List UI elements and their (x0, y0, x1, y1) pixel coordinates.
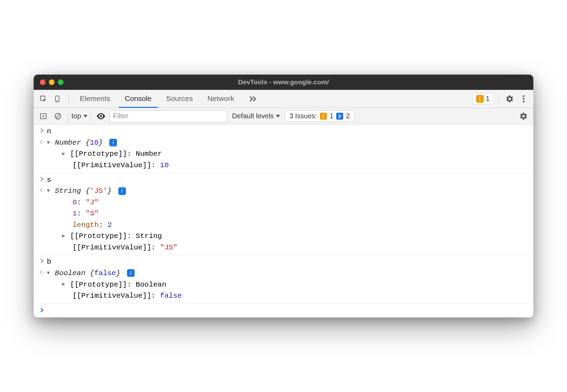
toggle-sidebar-icon[interactable] (37, 110, 50, 122)
console-input-text: b (47, 256, 530, 268)
close-window-button[interactable] (40, 79, 45, 85)
levels-label: Default levels (232, 112, 274, 120)
console-output-row[interactable]: ▼ String {'JS'} i 0: "J" 1: "S" length: … (34, 186, 533, 253)
svg-rect-13 (338, 115, 341, 116)
inspect-element-icon[interactable] (37, 93, 50, 105)
output-arrow-icon (37, 186, 47, 193)
console-input-row[interactable]: n (34, 126, 533, 137)
svg-marker-12 (276, 115, 280, 118)
prototype-label: [[Prototype]] (70, 281, 127, 289)
svg-line-9 (56, 114, 60, 118)
expand-triangle-icon[interactable]: ▼ (47, 139, 50, 147)
input-chevron-icon (37, 126, 47, 133)
warnings-count-badge[interactable]: ! 1 (472, 93, 493, 104)
devtools-tabbar: Elements Console Sources Network ! 1 (34, 90, 533, 108)
issues-warning-count: 1 (330, 112, 333, 120)
svg-point-3 (523, 95, 525, 97)
window-title: DevTools - www.google.com/ (34, 78, 533, 86)
prop-key: 0 (73, 198, 77, 206)
console-input-text: n (47, 126, 530, 137)
object-literal: false (94, 269, 116, 277)
console-input-row[interactable]: b (34, 256, 533, 268)
tab-sources[interactable]: Sources (160, 90, 199, 108)
clear-console-icon[interactable] (52, 110, 64, 122)
primitive-label: [[PrimitiveValue]] (73, 161, 151, 169)
chevron-down-icon (83, 115, 87, 118)
tab-network[interactable]: Network (201, 90, 240, 108)
filter-input[interactable] (109, 110, 227, 122)
console-group-string: s ▼ String {'JS'} i 0: "J" 1: "S" (34, 173, 533, 255)
object-literal: 10 (90, 139, 99, 147)
svg-rect-15 (338, 118, 340, 118)
console-group-boolean: b ▼ Boolean {false} i ▶ [[Prototype]]: B… (34, 255, 533, 303)
tab-elements[interactable]: Elements (74, 90, 117, 108)
prop-key-length: length (73, 221, 99, 229)
traffic-lights (34, 79, 64, 85)
object-type: Number (55, 139, 81, 147)
minimize-window-button[interactable] (49, 79, 54, 85)
devtools-window: DevTools - www.google.com/ Elements Cons… (34, 75, 533, 317)
titlebar: DevTools - www.google.com/ (34, 75, 533, 90)
console-input-row[interactable]: s (34, 174, 533, 186)
svg-point-16 (43, 141, 44, 142)
primitive-label: [[PrimitiveValue]] (73, 292, 151, 300)
prototype-value: Number (136, 150, 162, 158)
info-badge-icon[interactable]: i (118, 187, 126, 195)
console-prompt[interactable] (34, 304, 533, 317)
expand-triangle-icon[interactable]: ▶ (62, 232, 65, 240)
separator (68, 94, 69, 104)
prototype-label: [[Prototype]] (70, 232, 127, 240)
separator (498, 94, 499, 104)
console-output-row[interactable]: ▼ Boolean {false} i ▶ [[Prototype]]: Boo… (34, 268, 533, 302)
expand-triangle-icon[interactable]: ▶ (62, 281, 65, 288)
issues-label: 3 Issues: (289, 112, 317, 120)
input-chevron-icon (37, 256, 47, 263)
execution-context-select[interactable]: top (68, 111, 91, 122)
settings-icon[interactable] (503, 93, 516, 105)
tab-overflow[interactable] (243, 90, 263, 108)
issues-badge[interactable]: 3 Issues: ! 1 2 (285, 110, 354, 122)
more-menu-icon[interactable] (517, 93, 530, 105)
live-expression-icon[interactable] (95, 110, 107, 122)
panel-tabs: Elements Console Sources Network (74, 90, 263, 108)
warnings-count: 1 (486, 95, 490, 103)
console-output-row[interactable]: ▼ Number {10} i ▶ [[Prototype]]: Number … (34, 137, 533, 171)
device-toolbar-icon[interactable] (51, 93, 64, 105)
prototype-value: Boolean (136, 281, 166, 289)
info-badge-icon[interactable]: i (127, 269, 135, 277)
expand-triangle-icon[interactable]: ▶ (62, 150, 65, 158)
prompt-chevron-icon (37, 306, 47, 313)
input-chevron-icon (37, 174, 47, 181)
svg-point-18 (43, 272, 44, 273)
chevron-down-icon (276, 115, 280, 118)
svg-marker-7 (43, 115, 45, 117)
output-arrow-icon (37, 268, 47, 275)
tab-console[interactable]: Console (119, 90, 158, 108)
console-output: n ▼ Number {10} i ▶ [[Prototype]]: Numbe… (34, 125, 533, 317)
primitive-label: [[PrimitiveValue]] (73, 244, 151, 252)
console-settings-icon[interactable] (517, 110, 530, 122)
svg-point-17 (43, 190, 44, 191)
info-icon (336, 113, 343, 120)
issues-info-count: 2 (346, 112, 350, 120)
context-label: top (71, 112, 81, 120)
console-toolbar: top Default levels 3 Issues: ! 1 2 (34, 108, 533, 125)
console-input-text: s (47, 174, 530, 186)
primitive-value: "JS" (160, 244, 177, 252)
log-levels-select[interactable]: Default levels (229, 112, 283, 120)
svg-point-5 (523, 101, 525, 102)
expand-triangle-icon[interactable]: ▼ (47, 270, 50, 277)
maximize-window-button[interactable] (58, 79, 64, 85)
object-type: String (55, 187, 81, 195)
svg-point-11 (100, 115, 102, 117)
svg-rect-14 (338, 116, 341, 117)
output-arrow-icon (37, 137, 47, 144)
console-group-number: n ▼ Number {10} i ▶ [[Prototype]]: Numbe… (34, 125, 533, 173)
svg-marker-10 (83, 115, 87, 118)
warning-icon: ! (320, 113, 327, 120)
info-badge-icon[interactable]: i (109, 139, 117, 146)
warning-icon: ! (476, 95, 484, 103)
object-literal: 'JS' (90, 187, 107, 195)
prototype-label: [[Prototype]] (70, 150, 127, 158)
expand-triangle-icon[interactable]: ▼ (47, 187, 50, 195)
